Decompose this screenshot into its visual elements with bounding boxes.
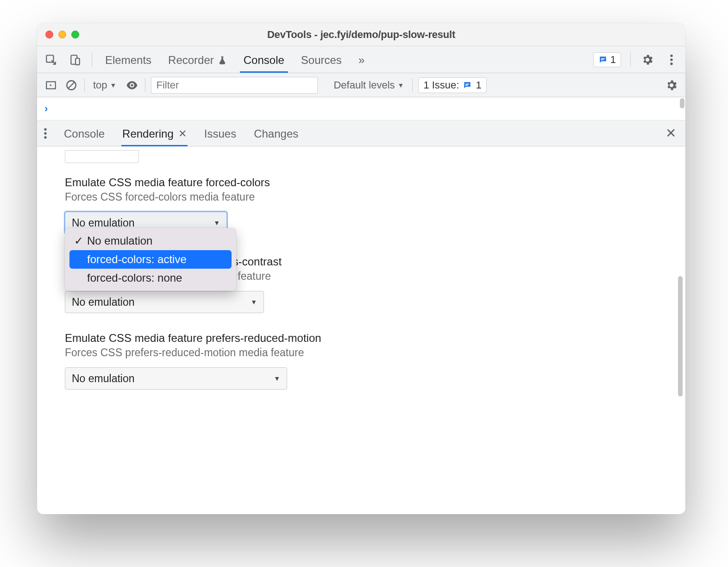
- svg-line-10: [69, 82, 75, 88]
- svg-rect-3: [601, 58, 605, 59]
- drawer-tab-changes[interactable]: Changes: [253, 121, 299, 146]
- close-icon[interactable]: ✕: [178, 128, 187, 140]
- menu-item-no-emulation[interactable]: ✓ No emulation: [69, 232, 232, 250]
- section-subtitle: Forces CSS forced-colors media feature: [65, 191, 674, 203]
- dropdown-value: No emulation: [72, 372, 135, 385]
- drawer-kebab-icon[interactable]: [44, 127, 47, 139]
- console-settings-gear-icon[interactable]: [664, 78, 679, 93]
- issues-box[interactable]: 1 Issue: 1: [418, 77, 486, 93]
- forced-colors-options-menu: ✓ No emulation forced-colors: active for…: [65, 228, 236, 291]
- sidebar-toggle-icon[interactable]: [44, 78, 58, 93]
- menu-item-label: No emulation: [87, 234, 152, 247]
- inspect-icon[interactable]: [44, 52, 58, 67]
- dropdown-value: No emulation: [72, 296, 135, 309]
- tab-recorder-label: Recorder: [168, 54, 214, 67]
- menu-item-forced-colors-active[interactable]: forced-colors: active: [69, 250, 232, 269]
- flask-icon: [218, 55, 227, 65]
- section-title: Emulate CSS media feature forced-colors: [65, 176, 674, 189]
- svg-rect-12: [465, 83, 469, 84]
- context-value: top: [93, 79, 107, 91]
- divider: [412, 78, 413, 92]
- section-prefers-reduced-motion: Emulate CSS media feature prefers-reduce…: [65, 332, 674, 390]
- svg-point-14: [44, 128, 46, 130]
- chevron-down-icon: ▼: [213, 219, 220, 227]
- tab-console[interactable]: Console: [240, 47, 288, 72]
- top-tabbar: Elements Recorder Console Sources » 1: [37, 46, 685, 73]
- context-selector[interactable]: top ▼: [90, 78, 119, 92]
- top-issue-pill[interactable]: 1: [593, 52, 621, 67]
- svg-point-16: [44, 136, 46, 138]
- section-title: Emulate CSS media feature prefers-reduce…: [65, 332, 674, 345]
- svg-point-7: [670, 62, 672, 64]
- check-icon: ✓: [74, 234, 83, 247]
- menu-item-label: forced-colors: none: [87, 271, 182, 284]
- scrollbar-thumb[interactable]: [678, 276, 683, 397]
- levels-value: Default levels: [333, 79, 395, 91]
- live-expression-icon[interactable]: [125, 78, 139, 93]
- drawer-tab-rendering[interactable]: Rendering ✕: [121, 121, 188, 146]
- top-issue-count: 1: [610, 54, 616, 66]
- prefers-contrast-dropdown[interactable]: No emulation ▼: [65, 291, 264, 313]
- divider: [145, 78, 145, 92]
- dropdown-value: No emulation: [72, 217, 135, 229]
- kebab-icon[interactable]: [664, 52, 679, 67]
- levels-selector[interactable]: Default levels ▼: [331, 78, 407, 92]
- chat-icon: [463, 81, 472, 90]
- svg-point-6: [670, 58, 672, 61]
- chat-icon: [598, 55, 608, 64]
- svg-rect-4: [601, 59, 604, 60]
- issues-count: 1: [476, 79, 481, 91]
- section-subtitle: st media feature: [195, 270, 674, 283]
- divider: [92, 53, 92, 67]
- drawer-tab-console[interactable]: Console: [63, 121, 106, 146]
- devtools-window: DevTools - jec.fyi/demo/pup-slow-result …: [37, 23, 685, 514]
- menu-item-label: forced-colors: active: [87, 253, 187, 266]
- prefers-reduced-motion-dropdown[interactable]: No emulation ▼: [65, 367, 287, 390]
- svg-point-11: [131, 84, 133, 86]
- console-toolbar: top ▼ Default levels ▼ 1 Issue: 1: [37, 73, 685, 97]
- clear-console-icon[interactable]: [64, 78, 79, 93]
- chevron-down-icon: ▼: [251, 298, 257, 306]
- chevron-down-icon: ▼: [398, 82, 404, 89]
- prev-section-cutoff: [65, 150, 139, 163]
- svg-point-15: [44, 132, 46, 134]
- divider: [630, 53, 631, 67]
- settings-gear-icon[interactable]: [640, 52, 655, 67]
- tab-elements[interactable]: Elements: [101, 47, 155, 72]
- issues-label: 1 Issue:: [423, 79, 459, 91]
- drawer-tab-issues[interactable]: Issues: [203, 121, 237, 146]
- scrollbar-thumb[interactable]: [680, 98, 684, 108]
- window-title: DevTools - jec.fyi/demo/pup-slow-result: [37, 29, 685, 41]
- tab-more[interactable]: »: [355, 47, 368, 72]
- rendering-pane: Emulate CSS media feature forced-colors …: [37, 146, 685, 514]
- prompt-caret-icon: ›: [44, 103, 48, 115]
- svg-rect-13: [465, 85, 468, 86]
- menu-item-forced-colors-none[interactable]: forced-colors: none: [69, 269, 232, 287]
- section-subtitle: Forces CSS prefers-reduced-motion media …: [65, 346, 674, 359]
- chevron-down-icon: ▼: [274, 375, 280, 382]
- filter-input[interactable]: [151, 77, 318, 94]
- divider: [84, 78, 85, 92]
- device-toggle-icon[interactable]: [68, 52, 82, 67]
- svg-rect-2: [75, 58, 80, 64]
- svg-point-5: [670, 54, 672, 57]
- tab-sources[interactable]: Sources: [297, 47, 345, 72]
- console-prompt-row[interactable]: ›: [37, 97, 685, 120]
- chevron-down-icon: ▼: [110, 82, 117, 89]
- drawer-tab-rendering-label: Rendering: [122, 127, 174, 140]
- drawer-close-icon[interactable]: ✕: [665, 126, 679, 141]
- drawer-tabbar: Console Rendering ✕ Issues Changes ✕: [37, 120, 685, 146]
- section-forced-colors: Emulate CSS media feature forced-colors …: [65, 176, 674, 234]
- section-title: e prefers-contrast: [195, 255, 674, 268]
- tab-recorder[interactable]: Recorder: [164, 47, 231, 72]
- titlebar: DevTools - jec.fyi/demo/pup-slow-result: [37, 23, 685, 46]
